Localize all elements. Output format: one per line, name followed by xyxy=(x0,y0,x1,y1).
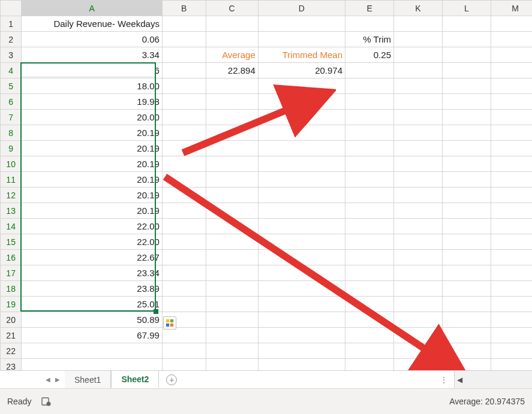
cell[interactable] xyxy=(162,94,206,110)
cell[interactable] xyxy=(491,172,532,188)
cell[interactable] xyxy=(394,141,443,156)
cell[interactable] xyxy=(206,250,258,265)
cell[interactable] xyxy=(206,156,258,172)
cell[interactable] xyxy=(258,281,345,297)
cell[interactable] xyxy=(443,343,491,359)
row-header[interactable]: 9 xyxy=(1,141,22,156)
cell[interactable] xyxy=(394,156,443,172)
cell[interactable] xyxy=(443,281,491,297)
cell[interactable] xyxy=(258,297,345,312)
cell[interactable] xyxy=(443,141,491,156)
cell[interactable] xyxy=(491,219,532,234)
cell[interactable] xyxy=(258,359,345,371)
row-header[interactable]: 3 xyxy=(1,47,22,63)
cell[interactable] xyxy=(206,297,258,312)
cell[interactable] xyxy=(394,281,443,297)
cell[interactable] xyxy=(491,265,532,281)
cell[interactable] xyxy=(345,110,394,125)
cell[interactable] xyxy=(162,359,206,371)
cell[interactable] xyxy=(258,234,345,250)
cell[interactable] xyxy=(491,203,532,219)
cell[interactable] xyxy=(443,250,491,265)
cell[interactable] xyxy=(162,78,206,94)
row-header[interactable]: 16 xyxy=(1,250,22,265)
row-header[interactable]: 21 xyxy=(1,328,22,343)
cell[interactable] xyxy=(345,250,394,265)
row-header[interactable]: 7 xyxy=(1,110,22,125)
add-sheet-button[interactable]: + xyxy=(159,371,184,388)
cell[interactable] xyxy=(491,234,532,250)
cell[interactable] xyxy=(206,281,258,297)
cell[interactable] xyxy=(491,47,532,63)
cell-E3-trim-value[interactable]: 0.25 xyxy=(345,47,394,63)
cell-A9[interactable]: 20.19 xyxy=(22,141,163,156)
cell[interactable] xyxy=(443,203,491,219)
cell[interactable] xyxy=(206,16,258,32)
fill-handle[interactable] xyxy=(154,309,158,314)
row-header[interactable]: 19 xyxy=(1,297,22,312)
col-header-E[interactable]: E xyxy=(345,1,394,16)
cell[interactable] xyxy=(345,203,394,219)
cell[interactable] xyxy=(443,32,491,47)
cell[interactable] xyxy=(491,328,532,343)
cell-A17[interactable]: 23.34 xyxy=(22,265,163,281)
cell[interactable] xyxy=(258,110,345,125)
row-header[interactable]: 23 xyxy=(1,359,22,371)
cell[interactable] xyxy=(162,63,206,78)
cell[interactable] xyxy=(258,16,345,32)
tab-overflow-icon[interactable]: ⋮ xyxy=(434,371,454,388)
cell[interactable] xyxy=(258,203,345,219)
row-header[interactable]: 2 xyxy=(1,32,22,47)
cell[interactable] xyxy=(345,156,394,172)
row-header[interactable]: 17 xyxy=(1,265,22,281)
cell[interactable] xyxy=(345,125,394,141)
cell[interactable] xyxy=(345,328,394,343)
cell-A19[interactable]: 25.01 xyxy=(22,297,163,312)
cell-A21[interactable]: 67.99 xyxy=(22,328,163,343)
row-header[interactable]: 6 xyxy=(1,94,22,110)
cell[interactable] xyxy=(206,125,258,141)
cell[interactable] xyxy=(443,156,491,172)
cell[interactable] xyxy=(162,16,206,32)
cell[interactable] xyxy=(491,343,532,359)
quick-analysis-icon[interactable] xyxy=(163,316,176,330)
tab-nav-next-icon[interactable]: ▶ xyxy=(55,376,60,383)
cell[interactable] xyxy=(162,32,206,47)
cell[interactable] xyxy=(206,78,258,94)
cell-C3-average-label[interactable]: Average xyxy=(206,47,258,63)
cell[interactable] xyxy=(394,265,443,281)
cell[interactable] xyxy=(258,141,345,156)
cell[interactable] xyxy=(443,16,491,32)
cell[interactable] xyxy=(394,297,443,312)
row-header[interactable]: 22 xyxy=(1,343,22,359)
horizontal-scrollbar[interactable]: ◀ xyxy=(454,371,532,388)
cell[interactable] xyxy=(206,343,258,359)
row-header[interactable]: 13 xyxy=(1,203,22,219)
cell[interactable] xyxy=(345,16,394,32)
row-header[interactable]: 10 xyxy=(1,156,22,172)
cell[interactable] xyxy=(491,312,532,328)
cell[interactable] xyxy=(206,203,258,219)
cell[interactable] xyxy=(345,188,394,203)
cell[interactable] xyxy=(258,78,345,94)
cell[interactable] xyxy=(258,156,345,172)
scroll-left-icon[interactable]: ◀ xyxy=(457,376,462,384)
cell-A18[interactable]: 23.89 xyxy=(22,281,163,297)
row-header[interactable]: 20 xyxy=(1,312,22,328)
cell[interactable] xyxy=(345,343,394,359)
cell[interactable] xyxy=(162,125,206,141)
active-cell-A4[interactable] xyxy=(21,63,155,77)
cell-A15[interactable]: 22.00 xyxy=(22,234,163,250)
row-header[interactable]: 15 xyxy=(1,234,22,250)
cell[interactable] xyxy=(394,359,443,371)
cell[interactable] xyxy=(206,234,258,250)
cell[interactable] xyxy=(394,78,443,94)
cell[interactable] xyxy=(345,219,394,234)
cell[interactable] xyxy=(443,125,491,141)
cell[interactable] xyxy=(162,188,206,203)
cell[interactable] xyxy=(491,32,532,47)
cell-A1[interactable]: Daily Revenue- Weekdays xyxy=(22,16,163,32)
cell[interactable] xyxy=(345,172,394,188)
cell[interactable] xyxy=(258,219,345,234)
tab-sheet2[interactable]: Sheet2 xyxy=(111,370,159,388)
